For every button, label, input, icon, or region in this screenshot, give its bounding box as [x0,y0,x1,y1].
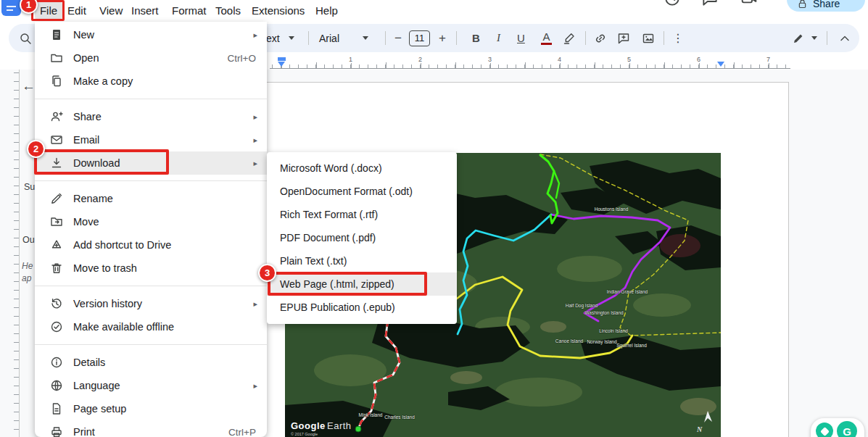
toolbar-divider [664,31,664,45]
info-icon [50,356,63,369]
menu-divider [35,99,267,99]
comment-icon [701,0,719,7]
font-size-value: 11 [409,30,430,46]
menu-item-share[interactable]: Share ▸ [35,105,267,128]
paragraph-style-dropdown[interactable]: ext [266,24,294,52]
menu-item-move-to-trash[interactable]: Move to trash [35,257,267,280]
menu-item-download[interactable]: Download ▸ [35,151,267,175]
menu-help[interactable]: Help [313,2,341,20]
north-label: N [696,425,703,433]
map-copyright: © 2017 Google [291,432,318,436]
map-start-marker [355,426,361,432]
search-menus-button[interactable] [19,24,32,52]
grammarly-g-icon[interactable]: G [837,421,857,437]
menu-item-move[interactable]: Move [35,210,267,233]
toolbar-divider [827,31,827,45]
trash-icon [50,262,63,275]
menu-format[interactable]: Format [169,2,210,20]
menu-item-print[interactable]: Print Ctrl+P [35,420,267,437]
grammarly-widget[interactable]: G [811,418,864,437]
insert-image-button[interactable] [642,24,655,52]
menu-item-open[interactable]: Open Ctrl+O [35,46,267,70]
menu-divider [35,286,267,286]
toolbar-divider [385,31,386,45]
new-document-icon [50,28,63,41]
download-icon [50,157,63,170]
ruler-number: 3 [487,56,493,63]
vertical-ruler [19,70,20,437]
menu-item-language[interactable]: Language ▸ [35,374,267,397]
menu-insert[interactable]: Insert [128,2,162,20]
italic-button[interactable]: I [497,24,500,52]
comment-add-icon [617,32,630,45]
drive-shortcut-icon [50,238,63,251]
menu-file[interactable]: File [35,1,62,20]
menu-item-make-available-offline[interactable]: Make available offline [35,315,267,338]
chevron-down-icon [811,36,817,40]
map-island-label: Half Dog Island [566,303,598,309]
underline-button[interactable]: U [517,24,525,52]
style-dropdown-fragment: ext [266,33,280,44]
menu-item-make-a-copy[interactable]: Make a copy [35,70,267,93]
menu-item-page-setup[interactable]: Page setup [35,397,267,420]
google-docs-logo-icon[interactable] [1,0,21,16]
hide-menus-button[interactable] [838,24,851,52]
menu-item-details[interactable]: Details [35,351,267,374]
submenu-item-rtf[interactable]: Rich Text Format (.rtf) [267,203,457,226]
lock-icon [797,0,808,9]
menu-item-rename[interactable]: Rename [35,187,267,210]
submenu-item-txt[interactable]: Plain Text (.txt) [267,249,457,272]
clock-icon [664,0,681,7]
rename-pencil-icon [50,192,63,205]
submenu-arrow-icon: ▸ [253,112,257,122]
menu-extensions[interactable]: Extensions [249,2,307,20]
map-island-label: Canoe Island [555,338,584,344]
first-line-indent-marker[interactable] [278,57,286,61]
menu-item-email[interactable]: Email ▸ [35,128,267,151]
chevron-up-icon [838,32,851,45]
text-color-swatch [541,43,552,45]
menu-edit[interactable]: Edit [65,2,89,20]
menu-tools[interactable]: Tools [212,2,244,20]
shortcut-label: Ctrl+P [228,427,256,437]
share-label: Share [813,0,840,9]
menu-item-version-history[interactable]: Version history ▸ [35,292,267,315]
editing-mode-dropdown[interactable] [792,24,817,52]
right-indent-marker[interactable] [717,62,724,67]
menu-item-add-shortcut-to-drive[interactable]: Add shortcut to Drive [35,233,267,257]
left-indent-marker[interactable] [278,62,285,67]
decrease-font-size-button[interactable]: − [394,24,402,52]
version-history-button[interactable] [664,0,681,7]
submenu-item-docx[interactable]: Microsoft Word (.docx) [267,157,457,180]
link-icon [594,32,607,45]
font-family-dropdown[interactable]: Arial [319,24,368,52]
insert-link-button[interactable] [594,24,607,52]
menu-divider [35,180,267,181]
submenu-item-web-page-html-zipped[interactable]: Web Page (.html, zipped) [267,272,457,296]
more-toolbar-options-button[interactable]: ⋮ [672,24,684,52]
submenu-arrow-icon: ▸ [253,159,257,168]
open-folder-icon [50,51,63,64]
join-call-button[interactable] [740,0,758,7]
video-camera-icon [740,0,758,7]
submenu-arrow-icon: ▸ [253,381,257,391]
font-size-input[interactable]: 11 [409,24,430,52]
increase-font-size-button[interactable]: + [439,24,446,52]
add-comment-button[interactable] [617,24,630,52]
map-island-label: Houstons Island [595,207,629,212]
ruler-number: 4 [556,56,563,63]
share-button[interactable]: Share [787,0,865,12]
comment-history-button[interactable] [701,0,719,7]
text-color-button[interactable]: A [541,24,552,52]
submenu-item-epub[interactable]: EPUB Publication (.epub) [267,296,457,319]
menu-item-new[interactable]: New ▸ [35,23,267,46]
ruler-number: 5 [626,56,632,63]
map-island-label: Mink Island [359,412,383,417]
submenu-item-pdf[interactable]: PDF Document (.pdf) [267,226,457,249]
close-outline-arrow-icon[interactable]: ← [22,78,36,94]
bold-button[interactable]: B [472,24,480,52]
submenu-item-odt[interactable]: OpenDocument Format (.odt) [267,180,457,203]
menu-view[interactable]: View [96,2,125,20]
highlight-color-button[interactable] [563,24,576,52]
grammarly-diamond-icon[interactable] [816,423,833,437]
